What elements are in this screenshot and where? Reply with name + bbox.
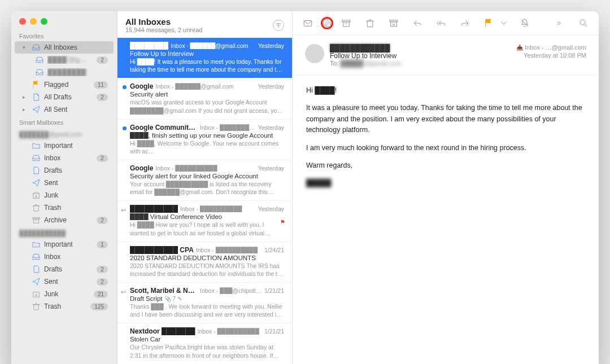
forward-button[interactable] [459,17,471,29]
sidebar-trash-2[interactable]: Trash125 [15,300,114,313]
sidebar-sent[interactable]: Sent [15,177,114,189]
archive-button[interactable] [340,17,352,29]
inbox-icon [32,154,41,163]
count-badge: 2 [97,278,108,286]
message-meta: Inbox - ███████… [200,124,256,131]
minimize-window-button[interactable] [30,18,37,25]
message-subject: Stolen Car [130,336,284,343]
reply-all-button[interactable] [435,17,447,29]
message-item[interactable]: Google Community TeamInbox - ███████…Yes… [117,120,292,160]
message-item[interactable]: Nextdoor ███████Inbox - ██████████1/21/2… [117,323,292,364]
unread-dot [123,126,127,130]
toolbar [293,11,599,35]
sidebar-all-sent[interactable]: ▸ All Sent [15,103,114,116]
message-preview: Hi ████! It was a pleasure to meet you t… [130,58,284,73]
inbox-icon [35,55,44,64]
message-item[interactable]: ↩██████████Inbox - ██████████Yesterday██… [117,201,292,242]
message-meta: Inbox · ██████@gmail.com [171,42,256,49]
sidebar-sent-2[interactable]: Sent2 [15,275,114,288]
paperplane-icon [32,277,41,286]
sidebar-trash[interactable]: Trash [15,201,114,214]
message-meta: Inbox - ██████████ [155,165,255,172]
sidebar-item-label: ████ @g… [47,56,93,64]
sender-name: ████████████ [330,44,402,52]
message-from: Scott, Maribel & Nellie [130,287,198,295]
flag-icon: ⚑ [280,219,285,225]
to-label: To: [330,60,338,67]
unread-badge: 2 [97,56,108,64]
paperplane-icon [32,105,41,114]
search-button[interactable] [577,17,590,29]
message-subject: Follow Up to Interview [330,52,402,60]
message-date: 1/21/21 [264,287,284,294]
message-preview: Your account ██████████ is listed as the… [130,180,284,196]
sidebar-all-inboxes[interactable]: ▾ All Inboxes [15,41,114,54]
message-item[interactable]: GoogleInbox - ██████████YesterdaySecurit… [117,160,292,201]
sidebar-inbox[interactable]: Inbox2 [15,152,114,164]
sidebar-item-label: Drafts [44,166,108,174]
message-from: ██████████ CPA [130,246,194,254]
junk-icon [32,191,41,200]
message-preview: Thanks ███ , We look forward to meeting … [130,302,284,318]
sidebar-item-label: Junk [44,191,108,199]
filter-button[interactable] [273,20,284,31]
sidebar-flagged[interactable]: Flagged 11 [15,78,114,91]
compose-button[interactable] [321,17,333,29]
sidebar-important[interactable]: Important [15,139,114,152]
message-item[interactable]: ██████████ CPAInbox - ██████████1/24/212… [117,242,292,283]
flag-menu-button[interactable] [500,17,507,29]
message-timestamp: Yesterday at 10:08 PM [516,52,586,59]
sidebar-drafts[interactable]: Drafts [15,164,114,177]
count-badge: 11 [94,81,108,89]
count-badge: 2 [97,94,108,101]
close-window-button[interactable] [19,18,26,25]
paperplane-icon [32,178,41,187]
zoom-window-button[interactable] [41,18,47,25]
sidebar-sub-account-1[interactable]: ████ @g… 2 [15,54,114,66]
envelope-button[interactable] [302,17,314,29]
message-from: Google [130,164,153,172]
sidebar-all-drafts[interactable]: ▸ All Drafts 2 [15,91,114,103]
sidebar-junk-2[interactable]: Junk21 [15,288,114,300]
body-line: Hi ████! [306,85,585,96]
sidebar-item-label: Sent [44,278,93,286]
sidebar-important-2[interactable]: Important1 [15,238,114,251]
message-subject: ████ Virtual Conference Video [130,213,284,220]
archive-icon [32,216,41,225]
sidebar-archive[interactable]: Archive2 [15,214,114,226]
flag-icon [32,80,41,89]
body-line: I am very much looking forward to the ne… [306,143,585,154]
sidebar-drafts-2[interactable]: Drafts2 [15,263,114,275]
message-meta: Inbox - ██████@gmail.com [155,83,255,90]
body-line: It was a pleasure to meet you today. Tha… [306,103,585,135]
more-button[interactable] [554,17,566,29]
message-list: All Inboxes 15,944 messages, 2 unread ██… [117,11,293,364]
reply-button[interactable] [411,17,424,29]
sidebar-item-label: Flagged [44,81,90,89]
avatar [305,44,324,63]
message-item[interactable]: ████████Inbox · ██████@gmail.comYesterda… [117,38,292,78]
sidebar-inbox-2[interactable]: Inbox [15,251,114,263]
sidebar-item-label: Inbox [44,154,93,162]
body-signature: █████ [306,178,331,188]
flag-button[interactable] [482,17,495,29]
sidebar-junk[interactable]: Junk [15,189,114,201]
sidebar-item-label: All Inboxes [44,43,108,51]
trash-icon [32,302,41,311]
count-badge: 125 [90,303,108,310]
delete-button[interactable] [364,17,376,29]
junk-button[interactable] [387,17,400,29]
inbox-icon [32,252,41,261]
replied-icon: ↩ [121,288,126,296]
message-from: Google [130,82,153,90]
sidebar-item-label: Junk [44,290,90,298]
smart-mailboxes-label: Smart Mailboxes [11,116,117,128]
message-item[interactable]: GoogleInbox - ██████@gmail.comYesterdayS… [117,78,292,119]
junk-icon [32,290,41,299]
sidebar-item-label: Archive [44,216,93,224]
message-item[interactable]: ↩Scott, Maribel & NellieInbox - ███@chip… [117,283,292,323]
message-from: ██████████ [130,205,178,213]
count-badge: 2 [97,155,108,162]
mute-button[interactable] [518,17,531,29]
sidebar-sub-account-2[interactable]: ████████ [15,66,114,78]
